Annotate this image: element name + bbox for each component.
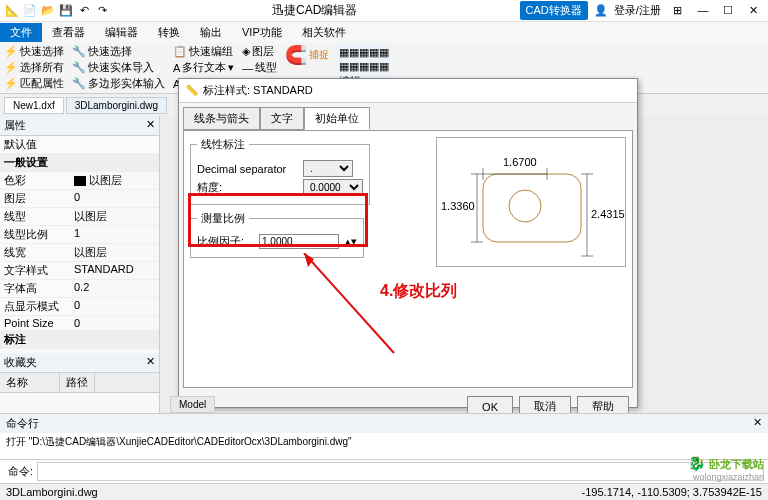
panel-close-icon[interactable]: ✕: [753, 416, 762, 431]
annotation-text: 4.修改比列: [380, 281, 457, 302]
panel-close-icon[interactable]: ✕: [146, 118, 155, 133]
properties-grid: 默认值 一般设置 色彩 以图层 图层0 线型以图层 线型比例1 线宽以图层 文字…: [0, 136, 159, 349]
properties-header: 属性✕: [0, 116, 159, 136]
minimize-icon[interactable]: —: [692, 4, 714, 16]
model-tab[interactable]: Model: [170, 396, 215, 413]
tab-vip[interactable]: VIP功能: [232, 23, 292, 42]
app-title: 迅捷CAD编辑器: [110, 2, 520, 19]
svg-line-0: [304, 253, 394, 353]
status-bar: 3DLamborgini.dwg -195.1714, -110.5309; 3…: [0, 483, 768, 500]
tab-primary-units[interactable]: 初始单位: [304, 107, 370, 130]
new-icon[interactable]: 📄: [22, 3, 38, 19]
tab-editor[interactable]: 编辑器: [95, 23, 148, 42]
menu-bar: 文件 查看器 编辑器 转换 输出 VIP功能 相关软件: [0, 22, 768, 42]
ribbon-layer[interactable]: ◈图层: [242, 44, 277, 59]
save-icon[interactable]: 💾: [58, 3, 74, 19]
doctab-lamborgini[interactable]: 3DLamborgini.dwg: [66, 97, 167, 114]
ribbon-match-props[interactable]: ⚡匹配属性: [4, 76, 64, 91]
settings-icon[interactable]: ⊞: [667, 4, 689, 17]
dialog-icon: 📏: [185, 84, 199, 97]
tab-output[interactable]: 输出: [190, 23, 232, 42]
annotation-arrow: [294, 253, 414, 373]
doctab-new1[interactable]: New1.dxf: [4, 97, 64, 114]
ribbon-quick-group[interactable]: 📋快速编组: [173, 44, 234, 59]
watermark: 🐉 卧龙下载站 wolongxiazaizhan: [688, 455, 764, 482]
close-icon[interactable]: ✕: [742, 4, 764, 17]
open-icon[interactable]: 📂: [40, 3, 56, 19]
redo-icon[interactable]: ↷: [94, 3, 110, 19]
dimstyle-dialog: 📏标注样式: STANDARD 线条与箭头 文字 初始单位 线性标注 Decim…: [178, 78, 638, 408]
svg-text:2.4315: 2.4315: [591, 208, 625, 220]
general-section[interactable]: 一般设置: [0, 154, 52, 171]
decimal-sep-select[interactable]: .: [303, 160, 353, 177]
cad-convert-button[interactable]: CAD转换器: [520, 1, 588, 20]
status-coords: -195.1714, -110.5309; 3.753942E-15: [582, 486, 762, 498]
dialog-titlebar[interactable]: 📏标注样式: STANDARD: [179, 79, 637, 103]
maximize-icon[interactable]: ☐: [717, 4, 739, 17]
annotation-highlight: [188, 193, 368, 247]
svg-rect-2: [483, 174, 581, 242]
favorites-header: 收藏夹✕: [0, 353, 159, 373]
ribbon-quick-select[interactable]: ⚡快速选择: [4, 44, 64, 59]
ribbon-linetype[interactable]: —线型: [242, 60, 277, 75]
status-filename: 3DLamborgini.dwg: [6, 486, 98, 498]
command-log: 打开 "D:\迅捷CAD编辑器\XunjieCADEditor\CADEdito…: [0, 433, 768, 459]
svg-point-3: [509, 190, 541, 222]
command-panel: 命令行✕ 打开 "D:\迅捷CAD编辑器\XunjieCADEditor\CAD…: [0, 413, 768, 483]
tab-file[interactable]: 文件: [0, 23, 42, 42]
tab-help[interactable]: 相关软件: [292, 23, 356, 42]
sidebar: 属性✕ 默认值 一般设置 色彩 以图层 图层0 线型以图层 线型比例1 线宽以图…: [0, 116, 160, 416]
ribbon-quick-select2[interactable]: 🔧快速选择: [72, 44, 165, 59]
svg-text:1.3360: 1.3360: [441, 200, 475, 212]
quick-access-toolbar: 📐 📄 📂 💾 ↶ ↷: [4, 3, 110, 19]
ribbon-snap[interactable]: 🧲捕捉: [285, 44, 329, 66]
tab-text[interactable]: 文字: [260, 107, 304, 130]
ribbon-select-all[interactable]: ⚡选择所有: [4, 60, 64, 75]
window-controls: ⊞ — ☐ ✕: [667, 4, 764, 17]
tab-convert[interactable]: 转换: [148, 23, 190, 42]
ribbon-mtext[interactable]: A多行文本▾: [173, 60, 234, 75]
dimstyle-section[interactable]: 标注: [0, 331, 30, 348]
app-icon: 📐: [4, 3, 20, 19]
login-link[interactable]: 登录/注册: [614, 3, 661, 18]
panel-close-icon[interactable]: ✕: [146, 355, 155, 370]
tab-viewer[interactable]: 查看器: [42, 23, 95, 42]
dimension-preview: 1.6700 1.3360 2.4315: [436, 137, 626, 267]
title-bar: 📐 📄 📂 💾 ↶ ↷ 迅捷CAD编辑器 CAD转换器 👤 登录/注册 ⊞ — …: [0, 0, 768, 22]
undo-icon[interactable]: ↶: [76, 3, 92, 19]
svg-text:1.6700: 1.6700: [503, 156, 537, 168]
user-icon: 👤: [594, 4, 608, 17]
ribbon-entity-import[interactable]: 🔧快速实体导入: [72, 60, 165, 75]
ribbon-poly-input[interactable]: 🔧多边形实体输入: [72, 76, 165, 91]
tab-lines-arrows[interactable]: 线条与箭头: [183, 107, 260, 130]
command-input[interactable]: [37, 462, 764, 481]
